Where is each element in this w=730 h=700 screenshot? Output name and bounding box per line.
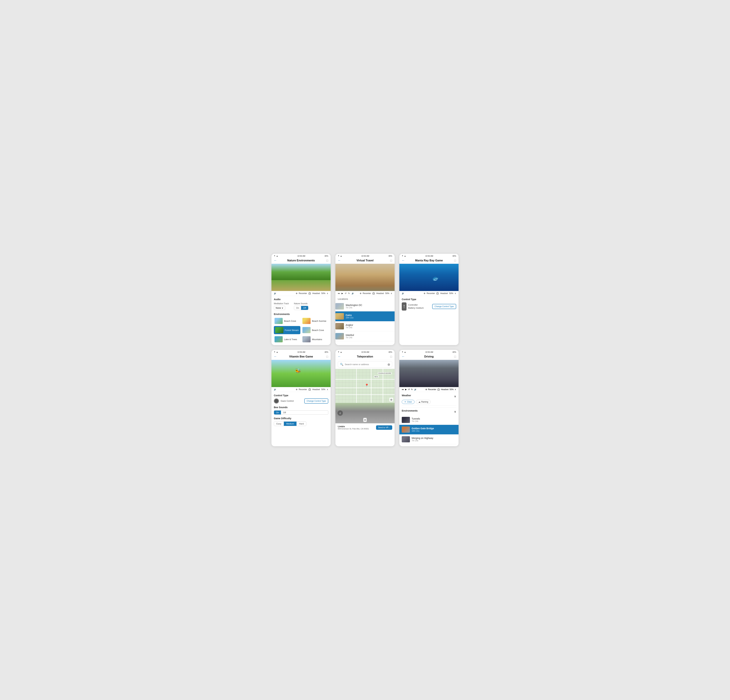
play-icon[interactable]: ▶ [342,292,343,295]
headset-label-2: Headset [376,292,384,295]
map-location-btn[interactable]: ◎ [389,398,393,401]
recenter-icon-4[interactable]: ⊕ [296,388,298,391]
loc-name-dc: Washington DC [346,304,362,306]
environments-grid: Beach Cove Beach Sunrise Forest Stream B… [274,317,328,343]
control-row-manta: Controller Battery medium Change Control… [402,302,456,311]
app-grid: ✦ ▲ 10:56 AM 40% ← Nature Environments ◻… [272,254,458,446]
headset-pct-6: 50% [450,388,454,391]
diff-medium[interactable]: Medium [284,421,296,426]
bookmark-button-5[interactable]: ◻ [388,355,392,358]
hero-manta-image [399,264,458,291]
volume-icon-1[interactable]: 🔊 [274,292,276,295]
play-icon-6[interactable]: ▶ [405,388,407,391]
chevron-up-6[interactable]: ∧ [455,388,456,391]
volume-icon-4[interactable]: 🔊 [274,388,276,391]
recenter-label-6: Recenter [428,388,437,391]
toggle-off-nature[interactable]: Off [301,306,308,310]
headset-pct-2: 50% [385,292,389,295]
back-button-3[interactable]: ← [402,259,406,262]
content-driving: Weather ∨ ☀ Clear ☁ Raining Environmen [399,392,458,446]
bookmark-button-6[interactable]: ◻ [452,355,456,358]
volume-icon-6[interactable]: 🔊 [414,388,417,391]
toggle-off-bee[interactable]: Off [281,411,288,414]
bluetooth-icon-6: ✦ [402,351,403,353]
back-button-6[interactable]: ← [402,355,406,358]
sv-left-arrow[interactable]: ‹ [337,410,343,416]
env-chevron-driving[interactable]: ∨ [454,410,456,413]
map-pin[interactable]: 📍 [365,384,369,388]
env-item-beach-cove-2[interactable]: Beach Cove [302,326,328,334]
diff-easy[interactable]: Easy [274,421,284,426]
back-button-4[interactable]: ← [274,355,278,358]
drive-item-tunnels[interactable]: Tunnels 7m 14s [402,415,456,425]
volume-icon-2[interactable]: 🔊 [352,292,354,295]
address-info: Limbix 839 Emerson St, Palo Alto, CA 943… [338,425,369,430]
chevron-up-4[interactable]: ∧ [327,388,328,391]
back-button-5[interactable]: ← [338,355,342,358]
gaze-label: Gaze Control [280,400,294,402]
env-item-beach-cove-1[interactable]: Beach Cove [274,317,300,325]
recenter-label-4: Recenter [299,388,307,391]
meditation-dropdown[interactable]: None ∨ [274,306,285,310]
bookmark-button-1[interactable]: ◻ [324,259,328,262]
loc-istanbul[interactable]: Istanbul 7m 14s [336,331,394,341]
time-5: 10:56 AM [361,351,369,353]
drive-item-golden-gate[interactable]: Golden Gate Bridge 10m 21s [399,425,458,435]
diff-hard[interactable]: Hard [296,421,306,426]
weather-raining-btn[interactable]: ☁ Raining [416,400,431,404]
toggle-on-bee[interactable]: On [274,411,281,414]
replay-icon-6[interactable]: ↻ [411,388,413,391]
map-area[interactable]: 📍 NEAL CHARLIE MOORE ◎ [336,369,394,403]
back-button-2[interactable]: ← [338,259,342,262]
drive-list: Tunnels 7m 14s Golden Gate Bridge 10m 21… [402,415,456,444]
sv-menu[interactable]: ≡ [363,418,367,422]
screen-bee: ✦ ▲ 10:56 AM 40% ← Vitamin Bee Game ◻ 🐝 … [272,350,331,446]
replay-icon[interactable]: ↻ [348,292,350,295]
headset-icon-3: 🎧 [436,292,439,295]
recenter-icon-3[interactable]: ⊕ [424,292,425,295]
volume-icon-3[interactable]: 🔊 [402,292,404,295]
headset-pct-4: 50% [321,388,326,391]
chevron-up-2[interactable]: ∧ [391,292,392,295]
weather-chevron[interactable]: ∨ [454,395,456,398]
playbar-2: ⏮ ▶ ↺ ↻ 🔊 ⊕ Recenter 🎧 Headset 50% ∧ [336,291,394,296]
search-input-teleport[interactable] [345,363,386,366]
bookmark-button-2[interactable]: ◻ [388,259,392,262]
chevron-up-3[interactable]: ∧ [455,292,456,295]
loop-icon[interactable]: ↺ [345,292,346,295]
recenter-icon-1[interactable]: ⊕ [296,292,298,295]
search-location-icon[interactable]: ◎ [388,363,390,366]
prev-icon[interactable]: ⏮ [338,292,340,295]
chevron-up-1[interactable]: ∧ [327,292,328,295]
bee-sounds-section: Bee Sounds On Off [274,406,328,415]
loop-icon-6[interactable]: ↺ [408,388,410,391]
battery-1: 40% [324,255,328,257]
toggle-on-nature[interactable]: On [294,306,301,310]
screen-virtual-travel: ✦ ▲ 10:56 AM 40% ← Virtual Travel ◻ ⏮ ▶ … [336,254,394,345]
env-item-lake-trees[interactable]: Lake & Trees [274,335,300,343]
content-bee: Control Type Gaze Control Change Control… [272,392,331,446]
change-control-type-btn-manta[interactable]: Change Control Type [432,304,456,309]
env-thumb-3 [275,327,283,333]
drive-name-tunnels: Tunnels [412,417,420,420]
bookmark-button-3[interactable]: ◻ [452,259,456,262]
env-title-driving: Environments [402,409,418,412]
loc-cairo[interactable]: Cairo 10m 21s [336,311,394,321]
loc-time-cairo: 10m 21s [346,316,353,319]
prev-icon-6[interactable]: ⏮ [402,388,404,391]
change-control-type-btn-bee[interactable]: Change Control Type [304,398,328,404]
env-item-forest-stream[interactable]: Forest Stream [274,326,300,334]
env-item-beach-sunrise[interactable]: Beach Sunrise [302,317,328,325]
bookmark-button-4[interactable]: ◻ [324,355,328,358]
loc-angkor[interactable]: Angkor 7m 14s [336,321,394,331]
recenter-icon-6[interactable]: ⊕ [425,388,427,391]
send-to-vr-button[interactable]: Send to VR ↓ [376,425,392,430]
weather-clear-btn[interactable]: ☀ Clear [402,400,415,404]
loc-washington-dc[interactable]: Washington DC 7m 14s [336,301,394,311]
back-button-1[interactable]: ← [274,259,278,262]
control-text-manta: Controller Battery medium [408,303,424,309]
recenter-icon-2[interactable]: ⊕ [360,292,361,295]
wifi-icon: ▲ [276,255,278,257]
drive-item-highway[interactable]: Merging on Highway 7m 14s [402,435,456,444]
env-item-mountains[interactable]: Mountains [302,335,328,343]
